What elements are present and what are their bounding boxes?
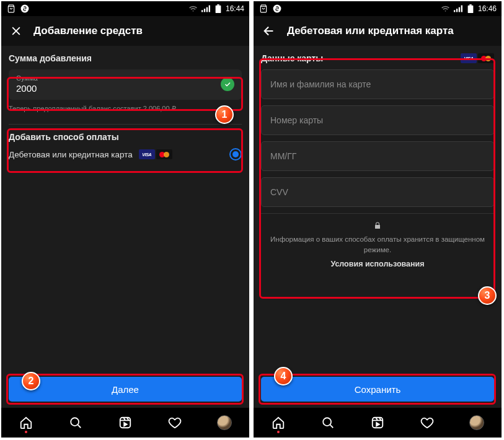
svg-point-7 — [71, 418, 79, 426]
svg-rect-10 — [454, 10, 455, 12]
svg-point-0 — [21, 5, 29, 13]
mastercard-icon — [478, 53, 494, 63]
app-bar: Дебетовая или кредитная карта — [254, 16, 502, 46]
phone-right: 16:46 Дебетовая или кредитная карта Данн… — [254, 1, 502, 438]
svg-rect-8 — [120, 418, 131, 428]
amount-section-title: Сумма добавления — [9, 53, 242, 63]
payment-section-title: Добавить способ оплаты — [9, 132, 242, 142]
nav-home-icon[interactable] — [14, 410, 38, 435]
status-time: 16:44 — [226, 4, 244, 13]
status-time: 16:46 — [478, 4, 497, 13]
nav-search-icon[interactable] — [316, 410, 340, 435]
battery-icon — [466, 4, 475, 14]
svg-rect-2 — [204, 9, 205, 12]
card-number-field[interactable]: Номер карты — [261, 105, 494, 135]
svg-rect-6 — [217, 4, 219, 6]
svg-rect-17 — [373, 418, 383, 428]
payment-option-label: Дебетовая или кредитная карта — [9, 150, 133, 159]
lock-icon — [261, 221, 494, 233]
status-bar: 16:44 — [1, 1, 249, 16]
visa-icon: VISA — [139, 149, 155, 159]
save-button[interactable]: Сохранить — [261, 377, 494, 402]
next-button[interactable]: Далее — [9, 377, 242, 402]
shopping-bag-icon — [6, 4, 16, 14]
svg-rect-5 — [216, 6, 221, 13]
card-form-title: Данные карты — [261, 53, 461, 63]
amount-label: Сумма — [16, 74, 221, 82]
signal-icon — [201, 4, 211, 14]
app-bar: Добавление средств — [1, 16, 249, 46]
status-bar: 16:46 — [254, 1, 502, 16]
nav-activity-icon[interactable] — [162, 410, 187, 435]
avatar-icon — [217, 415, 232, 430]
card-name-field[interactable]: Имя и фамилия на карте — [261, 69, 494, 99]
balance-hint: Теперь предоплаченный баланс составит 2 … — [9, 105, 242, 113]
signal-icon — [453, 4, 463, 14]
content-area: Данные карты VISA Имя и фамилия на карте… — [254, 46, 502, 408]
svg-rect-14 — [468, 6, 474, 13]
card-form: Данные карты VISA Имя и фамилия на карте… — [261, 53, 494, 268]
svg-rect-13 — [461, 6, 462, 12]
wifi-icon — [441, 4, 451, 14]
nav-reels-icon[interactable] — [365, 410, 390, 435]
bottom-nav — [254, 408, 502, 438]
amount-input[interactable]: Сумма 2000 — [9, 69, 242, 100]
nav-activity-icon[interactable] — [415, 410, 440, 435]
svg-rect-3 — [206, 7, 208, 12]
phone-left: 16:44 Добавление средств Сумма добавлени… — [1, 1, 249, 438]
svg-point-16 — [323, 418, 331, 426]
mastercard-icon — [156, 149, 172, 159]
svg-rect-4 — [209, 6, 210, 12]
svg-rect-11 — [456, 9, 458, 12]
payment-option-card[interactable]: Дебетовая или кредитная карта VISA — [9, 148, 242, 161]
svg-rect-1 — [201, 10, 203, 12]
card-cvv-field[interactable]: CVV — [261, 177, 494, 207]
security-note: Информация о ваших способах оплаты храни… — [261, 221, 494, 255]
nav-profile-avatar[interactable] — [464, 410, 489, 435]
nav-profile-avatar[interactable] — [212, 410, 237, 435]
svg-rect-12 — [459, 7, 460, 12]
close-icon[interactable] — [10, 25, 22, 37]
battery-icon — [213, 4, 223, 14]
back-icon[interactable] — [262, 24, 276, 38]
page-title: Дебетовая или кредитная карта — [287, 25, 454, 37]
divider — [261, 213, 494, 214]
nav-search-icon[interactable] — [63, 410, 88, 435]
radio-selected-icon[interactable] — [229, 148, 242, 161]
avatar-icon — [469, 415, 484, 430]
card-expiry-field[interactable]: ММ/ГГ — [261, 141, 494, 171]
nav-reels-icon[interactable] — [113, 410, 138, 435]
terms-link[interactable]: Условия использования — [261, 260, 494, 268]
page-title: Добавление средств — [33, 25, 143, 37]
svg-point-9 — [273, 5, 281, 13]
shazam-icon — [20, 4, 30, 14]
security-text: Информация о ваших способах оплаты храни… — [270, 235, 485, 253]
bottom-nav — [1, 408, 249, 438]
shopping-bag-icon — [259, 4, 268, 14]
shazam-icon — [272, 4, 282, 14]
amount-value: 2000 — [16, 83, 221, 94]
wifi-icon — [188, 4, 198, 14]
svg-rect-15 — [469, 4, 472, 6]
check-circle-icon — [221, 77, 234, 91]
nav-home-icon[interactable] — [266, 410, 291, 435]
visa-icon: VISA — [461, 53, 477, 63]
content-area: Сумма добавления Сумма 2000 Теперь предо… — [1, 46, 249, 408]
